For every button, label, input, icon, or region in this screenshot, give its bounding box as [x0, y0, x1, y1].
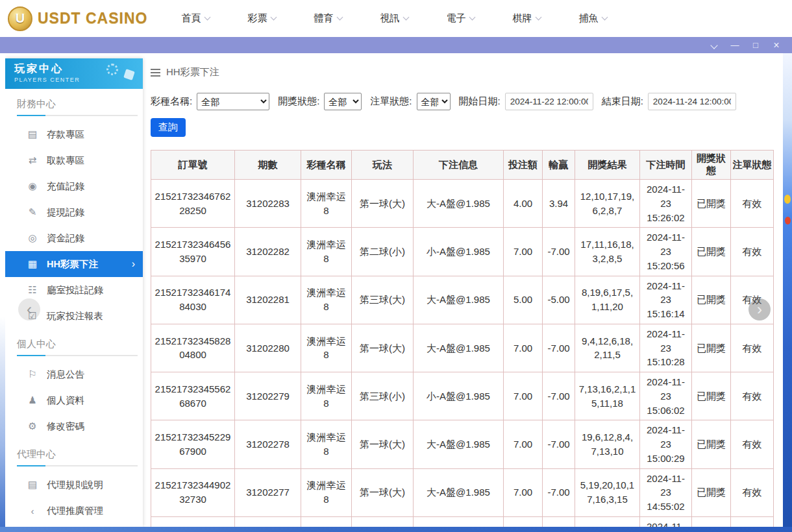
table-cell: 第一球(大) — [352, 180, 414, 228]
order-status-select[interactable]: 全部 — [417, 93, 451, 110]
deposit-icon: ▤ — [26, 128, 39, 140]
bet-table: 訂單號期數彩種名稱玩法下注信息投注額輸贏開獎結果下注時間開獎狀態注單狀態 215… — [151, 150, 774, 532]
column-header: 期數 — [235, 151, 301, 180]
table-cell: 2152173234522967900 — [151, 420, 235, 468]
table-row: 215217323464563597031202282澳洲幸运8第二球(小)小-… — [151, 228, 774, 276]
table-cell: 7,13,16,2,1,15,11,18 — [575, 372, 640, 420]
logo-symbol: U — [16, 11, 25, 26]
sidebar-item-label: 提現記錄 — [47, 206, 84, 219]
table-cell: 19,6,12,8,4,7,13,10 — [575, 420, 640, 468]
start-date-input[interactable] — [505, 93, 593, 110]
lottery-select[interactable]: 全部 — [197, 93, 269, 110]
end-date-input[interactable] — [648, 93, 736, 110]
table-cell: 7.00 — [504, 468, 543, 516]
sidebar-item-label: 消息公告 — [47, 369, 84, 381]
table-cell: 7.00 — [504, 372, 543, 420]
window-body: 玩家中心 PLAYERS CENTER 財務中心▤存款專區⇄取款專區◉充值記錄✎… — [0, 53, 792, 532]
window-titlebar: — □ × — [0, 37, 792, 53]
page-title: HH彩票下注 — [166, 66, 219, 79]
nav-item-lottery[interactable]: 彩票 — [247, 12, 276, 25]
sidebar-title: 玩家中心 — [14, 62, 143, 76]
nav-item-label: 捕魚 — [578, 12, 598, 25]
column-header: 輸贏 — [543, 151, 575, 180]
start-date-label: 開始日期: — [459, 95, 501, 108]
nav-item-sports[interactable]: 體育 — [314, 12, 342, 25]
nav-item-fishing[interactable]: 捕魚 — [578, 12, 607, 25]
withdraw-icon: ⇄ — [26, 154, 39, 166]
share-icon: ‹ — [26, 505, 39, 516]
nav-item-slots[interactable]: 電子 — [446, 12, 475, 25]
table-cell: 2024-11-23 15:06:02 — [640, 372, 692, 420]
table-cell: 已開獎 — [692, 276, 731, 324]
sidebar-item-agent-rules[interactable]: ▤代理規則說明 — [5, 472, 143, 498]
table-cell: 31202280 — [235, 324, 301, 372]
sidebar-item-withdraw-record[interactable]: ✎提現記錄 — [5, 199, 143, 225]
table-cell: 小-A盤@1.985 — [414, 372, 504, 420]
sidebar-item-label: 廳室投註記錄 — [47, 284, 103, 296]
section-divider — [17, 115, 138, 116]
table-row: 215217323458280480031202280澳洲幸运8第一球(大)大-… — [151, 324, 774, 372]
logo[interactable]: U USDT CASINO — [8, 6, 147, 31]
page-background-right — [783, 53, 792, 532]
table-cell: 有效 — [731, 468, 774, 516]
section-divider — [17, 355, 138, 356]
nav-item-home[interactable]: 首頁 — [181, 12, 210, 25]
table-cell: 大-A盤@1.985 — [414, 324, 504, 372]
sidebar-item-deposit-area[interactable]: ▤存款專區 — [5, 121, 143, 147]
sidebar-item-label: 玩家投注報表 — [47, 310, 103, 322]
document-icon: ▤ — [26, 479, 39, 490]
nav-item-live-video[interactable]: 視訊 — [380, 12, 408, 25]
funds-record-icon: ◎ — [26, 232, 39, 244]
carousel-right-arrow[interactable]: › — [749, 298, 771, 320]
sidebar-item-funds-record[interactable]: ◎資金記錄 — [5, 225, 143, 251]
nav-item-chess[interactable]: 棋牌 — [512, 12, 541, 25]
sidebar-item-change-password[interactable]: ⚙修改密碼 — [5, 413, 143, 439]
sidebar-item-withdraw-area[interactable]: ⇄取款專區 — [5, 147, 143, 173]
logo-coin-icon: U — [8, 6, 32, 31]
draw-status-select[interactable]: 全部 — [324, 93, 362, 110]
poker-chip-icon — [106, 64, 118, 75]
column-header: 開獎狀態 — [692, 151, 731, 180]
table-cell: 2024-11-23 15:00:29 — [640, 420, 692, 468]
window-minimize-button[interactable]: — — [730, 41, 740, 49]
window-maximize-button[interactable]: □ — [750, 41, 761, 49]
sidebar-item-announcements[interactable]: ⚐消息公告 — [5, 361, 143, 387]
sidebar-item-agent-promotion[interactable]: ‹代理推廣管理 — [5, 498, 143, 524]
window-chevron-button[interactable] — [709, 41, 719, 49]
chevron-down-icon — [337, 14, 343, 21]
chevron-down-icon — [710, 42, 717, 49]
table-cell: 澳洲幸运8 — [301, 420, 352, 468]
carousel-left-arrow[interactable]: ‹ — [18, 298, 40, 320]
table-row: 215217323455626867031202279澳洲幸运8第三球(小)小-… — [151, 372, 774, 420]
person-icon: ♟ — [26, 394, 39, 406]
table-cell: 已開獎 — [692, 372, 731, 420]
chevron-down-icon — [602, 14, 608, 21]
logo-text: USDT CASINO — [38, 10, 147, 27]
sidebar-item-profile[interactable]: ♟個人資料 — [5, 387, 143, 413]
column-header: 玩法 — [352, 151, 414, 180]
query-button[interactable]: 查詢 — [151, 118, 186, 137]
table-cell: -7.00 — [543, 228, 575, 276]
sidebar-item-recharge-record[interactable]: ◉充值記錄 — [5, 173, 143, 199]
sidebar-item-label: HH彩票下注 — [47, 258, 98, 271]
bet-table-body: 215217323467622825031202283澳洲幸运8第一球(大)大-… — [151, 180, 774, 532]
main-content: HH彩票下注 彩種名稱: 全部 開獎狀態: 全部 注單狀態: 全部 開始日期: … — [151, 58, 783, 532]
sidebar: 玩家中心 PLAYERS CENTER 財務中心▤存款專區⇄取款專區◉充值記錄✎… — [5, 58, 143, 527]
table-row: 215217323449023273031202277澳洲幸运8第一球(大)大-… — [151, 468, 774, 516]
nav-item-label: 棋牌 — [512, 12, 532, 25]
menu-icon[interactable] — [151, 69, 160, 77]
sidebar-item-hh-lottery-bets[interactable]: ▦HH彩票下注› — [5, 251, 143, 277]
table-cell: 31202278 — [235, 420, 301, 468]
table-cell: 9,4,12,6,18,2,11,5 — [575, 324, 640, 372]
table-cell: 2024-11-23 15:20:56 — [640, 228, 692, 276]
table-cell: 31202283 — [235, 180, 301, 228]
chevron-down-icon — [469, 14, 476, 21]
table-cell: 有效 — [731, 372, 774, 420]
table-cell: 31202282 — [235, 228, 301, 276]
room-bet-record-icon: ☷ — [26, 284, 39, 296]
order-status-filter-label: 注單狀態: — [370, 95, 412, 108]
table-cell: 已開獎 — [692, 468, 731, 516]
window-close-button[interactable]: × — [771, 40, 782, 51]
table-cell: -5.00 — [543, 276, 575, 324]
table-cell: 2152173234556268670 — [151, 372, 235, 420]
